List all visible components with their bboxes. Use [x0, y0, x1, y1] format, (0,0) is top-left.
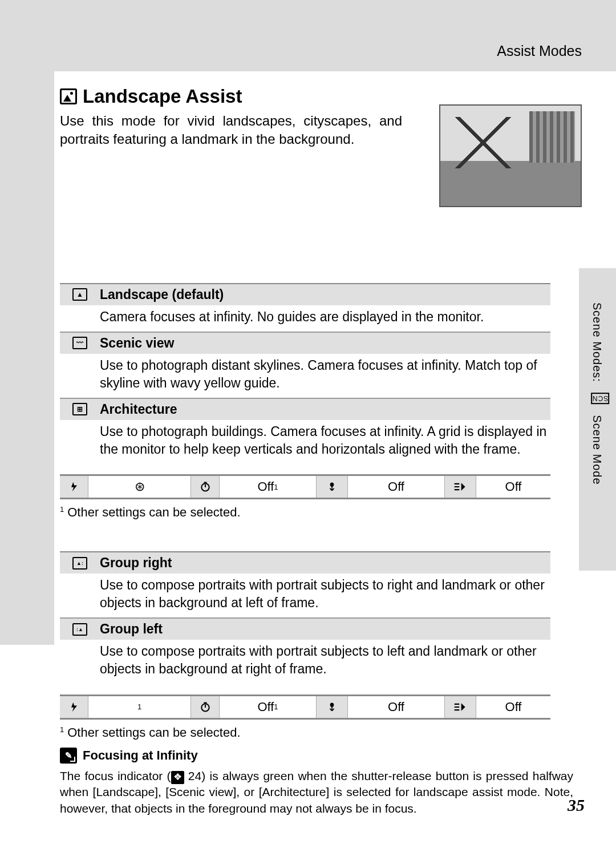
note-icon: ✎ — [60, 748, 77, 764]
info-text: The focus indicator (❖ 24) is always gre… — [60, 768, 573, 817]
info-title-text: Focusing at Infinity — [83, 748, 198, 763]
timer-value: Off1 — [220, 476, 317, 498]
group-right-icon: ▲: — [60, 557, 100, 570]
side-a: Scene Modes: — [591, 302, 603, 386]
exposure-comp-icon — [445, 696, 476, 718]
title-text: Landscape Assist — [83, 86, 242, 107]
flash-value: 1 — [88, 696, 191, 718]
mode-desc: Use to photograph distant skylines. Came… — [60, 354, 550, 398]
section-header: Assist Modes — [497, 43, 582, 59]
info-box: ✎ Focusing at Infinity The focus indicat… — [60, 748, 573, 817]
scenic-view-icon: 〰 — [60, 337, 100, 349]
mode-header: ▲ Landscape (default) — [60, 283, 550, 305]
macro-value: Off — [348, 696, 445, 718]
side-b: Scene Mode — [591, 411, 603, 485]
info-title-row: ✎ Focusing at Infinity — [60, 748, 573, 764]
footnote-text: Other settings can be selected. — [67, 725, 240, 740]
mode-header: 〰 Scenic view — [60, 332, 550, 354]
scene-mode-icon: SCN — [591, 393, 609, 405]
mode-desc: Camera focuses at infinity. No guides ar… — [60, 305, 550, 332]
page-number: 35 — [568, 795, 585, 815]
flash-value: ⊛ — [88, 476, 191, 498]
mode-table-1: ▲ Landscape (default) Camera focuses at … — [60, 283, 550, 464]
timer-value-text: Off — [257, 700, 274, 714]
info-text-a: The focus indicator ( — [60, 769, 171, 782]
intro-text: Use this mode for vivid landscapes, city… — [60, 112, 402, 149]
mode-header: ⊞ Architecture — [60, 398, 550, 420]
macro-icon — [317, 476, 348, 498]
mode-table-2: ▲: Group right Use to compose portraits … — [60, 551, 550, 684]
exposure-comp-icon — [445, 476, 476, 498]
sample-photo — [439, 104, 582, 207]
flash-icon — [60, 696, 88, 718]
mode-header: ▲: Group right — [60, 551, 550, 574]
page-ref-icon: ❖ — [171, 771, 184, 784]
mode-header: :▲ Group left — [60, 617, 550, 640]
exposure-value: Off — [476, 476, 550, 498]
page-top-band — [0, 0, 616, 71]
self-timer-icon — [191, 476, 220, 498]
mode-desc: Use to compose portraits with portrait s… — [60, 574, 550, 617]
macro-icon — [317, 696, 348, 718]
flash-icon — [60, 476, 88, 498]
self-timer-icon — [191, 696, 220, 718]
timer-value-text: Off — [257, 479, 274, 494]
mode-name: Group right — [100, 555, 172, 571]
timer-value: Off1 — [220, 696, 317, 718]
main-content: Landscape Assist Use this mode for vivid… — [60, 86, 582, 740]
mode-name: Architecture — [100, 402, 177, 417]
mode-desc: Use to compose portraits with portrait s… — [60, 640, 550, 684]
macro-value: Off — [348, 476, 445, 498]
thumb-tab-label: Scene Modes: SCN Scene Mode — [590, 302, 606, 485]
mode-desc: Use to photograph buildings. Camera focu… — [60, 420, 550, 464]
footnote-text: Other settings can be selected. — [67, 505, 240, 519]
page-side-band — [0, 0, 54, 645]
mode-name: Scenic view — [100, 336, 174, 351]
settings-bar-2: 1 Off1 Off Off — [60, 694, 550, 720]
footnote-1: 1Other settings can be selected. — [60, 505, 582, 520]
sup: 1 — [274, 483, 278, 491]
settings-bar-1: ⊛ Off1 Off Off — [60, 474, 550, 499]
flash-value-text: ⊛ — [135, 479, 145, 494]
mode-name: Group left — [100, 621, 163, 637]
landscape-icon — [60, 88, 77, 104]
sup: 1 — [274, 702, 278, 711]
landscape-default-icon: ▲ — [60, 288, 100, 301]
exposure-value: Off — [476, 696, 550, 718]
sup: 1 — [137, 702, 141, 711]
group-left-icon: :▲ — [60, 623, 100, 636]
architecture-icon: ⊞ — [60, 403, 100, 415]
mode-name: Landscape (default) — [100, 287, 224, 302]
footnote-2: 1Other settings can be selected. — [60, 725, 582, 740]
